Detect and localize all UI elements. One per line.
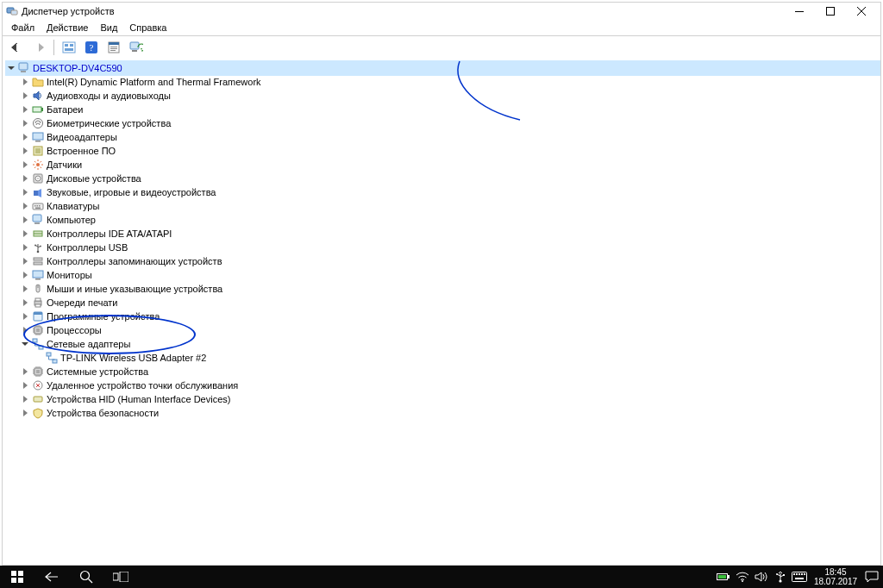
- chevron-right-icon[interactable]: [20, 297, 30, 308]
- tree-item-row[interactable]: Встроенное ПО: [20, 144, 880, 158]
- tree-item-row[interactable]: Устройства безопасности: [20, 406, 880, 420]
- tree-item-row[interactable]: Дисковые устройства: [20, 172, 880, 185]
- search-button[interactable]: [69, 566, 103, 588]
- tree-item-row[interactable]: Контроллеры USB: [20, 241, 880, 254]
- tree-item-row[interactable]: Контроллеры запоминающих устройств: [20, 254, 880, 268]
- chevron-right-icon[interactable]: [20, 91, 30, 101]
- hid-icon: [32, 393, 44, 405]
- usb-icon: [32, 241, 44, 253]
- chevron-right-icon[interactable]: [20, 366, 30, 377]
- tree-item-row[interactable]: Биометрические устройства: [20, 116, 880, 130]
- svg-point-28: [742, 580, 743, 582]
- tree-item-row[interactable]: Очереди печати: [20, 296, 880, 310]
- scan-hardware-button[interactable]: [126, 37, 147, 58]
- system-tray: 18:45 18.07.2017: [714, 566, 883, 588]
- svg-rect-17: [132, 50, 137, 52]
- chevron-right-icon[interactable]: [20, 311, 30, 322]
- tree-item-row[interactable]: Клавиатуры: [20, 199, 880, 213]
- tree-item-row[interactable]: Звуковые, игровые и видеоустройства: [20, 185, 880, 199]
- menu-view[interactable]: Вид: [95, 20, 122, 35]
- tree-item-row[interactable]: TP-LINK Wireless USB Adapter #2: [34, 351, 880, 365]
- menu-file[interactable]: Файл: [6, 20, 40, 35]
- tree-item-row[interactable]: Компьютер: [20, 213, 880, 227]
- svg-rect-14: [110, 48, 117, 49]
- window-title: Диспетчер устройств: [22, 6, 115, 16]
- menu-help[interactable]: Справка: [124, 20, 172, 35]
- tree-item-row[interactable]: Аудиовходы и аудиовыходы: [20, 89, 880, 103]
- chevron-right-icon[interactable]: [20, 228, 30, 239]
- help-button[interactable]: ?: [81, 37, 102, 58]
- chevron-right-icon[interactable]: [20, 215, 30, 225]
- chevron-down-icon[interactable]: [6, 63, 16, 73]
- tree-item-row[interactable]: Intel(R) Dynamic Platform and Thermal Fr…: [20, 75, 880, 89]
- tree-item-row[interactable]: Процессоры: [20, 323, 880, 337]
- chevron-right-icon[interactable]: [20, 325, 30, 335]
- tree-item-row[interactable]: Мониторы: [20, 268, 880, 282]
- chevron-right-icon[interactable]: [20, 201, 30, 211]
- chevron-right-icon[interactable]: [20, 173, 30, 184]
- maximize-button[interactable]: [815, 3, 846, 20]
- task-view-button[interactable]: [103, 566, 138, 588]
- chevron-right-icon[interactable]: [20, 256, 30, 266]
- menu-action[interactable]: Действие: [41, 20, 93, 35]
- svg-rect-5: [63, 42, 75, 53]
- taskbar-back-icon[interactable]: [34, 566, 69, 588]
- back-button[interactable]: [6, 37, 27, 58]
- start-button[interactable]: [0, 566, 34, 588]
- tray-battery-icon[interactable]: [714, 566, 733, 588]
- taskbar-clock[interactable]: 18:45 18.07.2017: [809, 567, 862, 586]
- tree-item-row[interactable]: Контроллеры IDE ATA/ATAPI: [20, 227, 880, 241]
- chevron-right-icon[interactable]: [20, 270, 30, 280]
- svg-rect-20: [11, 578, 16, 583]
- chevron-down-icon[interactable]: [20, 339, 30, 349]
- action-center-button[interactable]: [862, 566, 881, 588]
- tree-item-row[interactable]: Системные устройства: [20, 365, 880, 378]
- tree-item-label: Мониторы: [46, 268, 93, 282]
- minimize-button[interactable]: [784, 3, 815, 20]
- tree-item-row[interactable]: Датчики: [20, 158, 880, 172]
- tray-volume-icon[interactable]: [752, 566, 771, 588]
- chevron-right-icon[interactable]: [20, 408, 30, 418]
- sensor-icon: [32, 159, 44, 171]
- tray-usb-icon[interactable]: [771, 566, 790, 588]
- chevron-right-icon[interactable]: [20, 77, 30, 87]
- chevron-right-icon[interactable]: [20, 242, 30, 253]
- tree-item-label: Контроллеры запоминающих устройств: [46, 254, 222, 268]
- tree-item-row[interactable]: Устройства HID (Human Interface Devices): [20, 392, 880, 406]
- menubar: Файл Действие Вид Справка: [3, 20, 880, 35]
- device-manager-window: Диспетчер устройств Файл Действие Вид Сп…: [2, 2, 881, 566]
- svg-rect-31: [783, 574, 785, 576]
- svg-rect-35: [798, 573, 800, 575]
- svg-point-22: [81, 572, 90, 580]
- tree-item-row[interactable]: Сетевые адаптеры: [20, 337, 880, 351]
- chevron-right-icon[interactable]: [20, 394, 30, 404]
- tree-item-label: Intel(R) Dynamic Platform and Thermal Fr…: [46, 75, 262, 89]
- tree-item-label: Аудиовходы и аудиовыходы: [46, 89, 172, 103]
- tree-item-row[interactable]: Батареи: [20, 103, 880, 116]
- chevron-right-icon[interactable]: [20, 118, 30, 128]
- tree-root-row[interactable]: DESKTOP-DV4C590: [6, 61, 880, 75]
- svg-rect-33: [793, 573, 795, 575]
- forward-button[interactable]: [28, 37, 49, 58]
- disk-icon: [32, 172, 44, 185]
- svg-rect-38: [795, 578, 804, 579]
- tree-item-row[interactable]: Видеоадаптеры: [20, 130, 880, 144]
- properties-button[interactable]: [103, 37, 124, 58]
- show-hidden-button[interactable]: [59, 37, 79, 58]
- biometric-icon: [32, 117, 44, 129]
- chevron-right-icon[interactable]: [20, 160, 30, 170]
- chevron-right-icon[interactable]: [20, 380, 30, 391]
- chevron-right-icon[interactable]: [20, 104, 30, 115]
- tree-item-row[interactable]: Мыши и иные указывающие устройства: [20, 282, 880, 296]
- close-button[interactable]: [846, 3, 877, 20]
- display-icon: [32, 131, 44, 143]
- chevron-right-icon[interactable]: [20, 284, 30, 294]
- tray-keyboard-icon[interactable]: [790, 566, 809, 588]
- tree-item-row[interactable]: Программные устройства: [20, 310, 880, 323]
- chevron-right-icon[interactable]: [20, 187, 30, 197]
- tree-item-row[interactable]: Удаленное устройство точки обслуживания: [20, 378, 880, 392]
- chevron-right-icon[interactable]: [20, 132, 30, 142]
- tray-wifi-icon[interactable]: [733, 566, 752, 588]
- chevron-right-icon[interactable]: [20, 146, 30, 156]
- device-tree[interactable]: DESKTOP-DV4C590Intel(R) Dynamic Platform…: [3, 59, 880, 420]
